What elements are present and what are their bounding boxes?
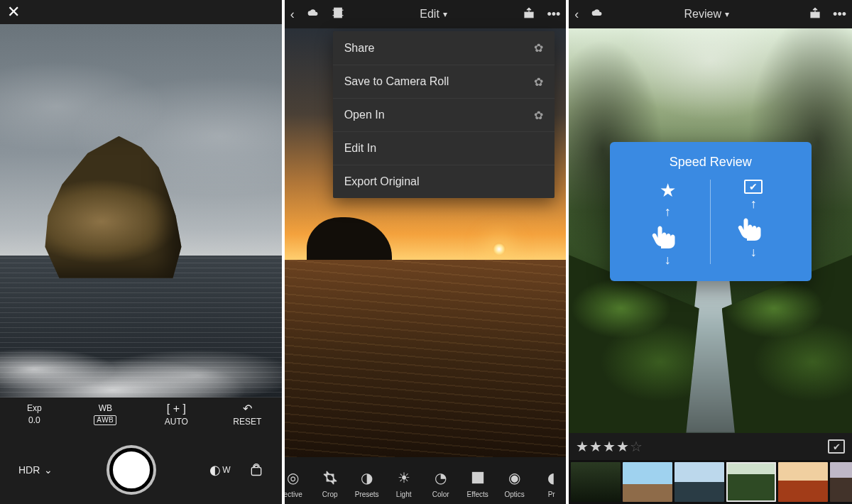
share-icon[interactable] bbox=[809, 6, 821, 23]
crop-frame-icon[interactable] bbox=[332, 6, 344, 23]
cloud-icon[interactable] bbox=[590, 7, 604, 22]
speed-review-rate-column: ★ ↑ ↓ bbox=[625, 180, 710, 264]
share-icon[interactable] bbox=[523, 6, 535, 23]
star-filled-icon: ★ bbox=[576, 439, 589, 454]
thumbnail-selected[interactable] bbox=[726, 462, 776, 502]
tool-light[interactable]: ☀ Light bbox=[386, 468, 422, 504]
camera-bottombar: Exp 0.0 WB AWB [ + ] AUTO ↶ RESET HDR ⌄ bbox=[0, 398, 282, 504]
color-icon: ◔ bbox=[435, 468, 447, 488]
camera-topbar: ✕ bbox=[0, 0, 282, 24]
arrow-down-icon: ↓ bbox=[750, 248, 757, 256]
thumbnail[interactable] bbox=[778, 462, 828, 502]
reset-control[interactable]: ↶ RESET bbox=[228, 403, 266, 427]
exposure-control[interactable]: Exp 0.0 bbox=[15, 403, 53, 427]
exposure-value: 0.0 bbox=[28, 415, 40, 425]
menu-share[interactable]: Share ✿ bbox=[333, 31, 555, 65]
white-balance-control[interactable]: WB AWB bbox=[86, 403, 124, 427]
auto-control[interactable]: [ + ] AUTO bbox=[157, 403, 195, 427]
svg-rect-5 bbox=[475, 475, 480, 480]
more-icon[interactable]: ••• bbox=[547, 7, 560, 22]
svg-rect-3 bbox=[525, 12, 533, 18]
tool-presets[interactable]: ◑ Presets bbox=[349, 468, 386, 504]
thumbnail[interactable] bbox=[571, 462, 621, 502]
star-rating[interactable]: ★★★★☆ bbox=[576, 438, 643, 455]
review-screen: ‹ Review ▾ ••• Speed Review ★ ↑ bbox=[569, 0, 852, 504]
effects-icon bbox=[470, 468, 486, 488]
awb-badge: AWB bbox=[94, 415, 116, 425]
edit-title: Edit bbox=[420, 8, 439, 21]
wb-label: WB bbox=[99, 403, 112, 413]
crop-icon bbox=[322, 468, 338, 488]
halfcircle-icon: ◖ bbox=[547, 468, 555, 488]
rating-bar: ★★★★☆ ✔ bbox=[569, 433, 852, 460]
star-icon: ★ bbox=[660, 180, 676, 202]
hdr-label: HDR bbox=[18, 464, 40, 476]
menu-open-in[interactable]: Open In ✿ bbox=[333, 98, 555, 131]
chevron-down-icon: ⌄ bbox=[44, 464, 53, 476]
hdr-toggle[interactable]: HDR ⌄ bbox=[18, 464, 53, 476]
reset-label: RESET bbox=[233, 417, 261, 427]
camera-screen: ✕ Exp 0.0 WB AWB [ + ] AUTO ↶ RESET bbox=[0, 0, 282, 504]
gear-icon[interactable]: ✿ bbox=[534, 75, 543, 89]
menu-openin-label: Open In bbox=[344, 109, 385, 121]
filmstrip[interactable] bbox=[569, 460, 852, 504]
close-icon[interactable]: ✕ bbox=[7, 4, 20, 20]
chevron-down-icon: ▾ bbox=[725, 9, 729, 19]
bracket-plus-icon: [ + ] bbox=[167, 403, 186, 415]
menu-export-original[interactable]: Export Original bbox=[333, 165, 555, 198]
review-title: Review bbox=[684, 8, 721, 21]
flag-check-icon: ✔ bbox=[744, 180, 763, 194]
cloud-icon[interactable] bbox=[306, 7, 320, 22]
edit-toolstrip: ◎ ective Crop ◑ Presets ☀ Light ◔ Color … bbox=[285, 457, 567, 504]
lens-switch[interactable]: ◐ W bbox=[209, 462, 230, 478]
camera-settings-row: Exp 0.0 WB AWB [ + ] AUTO ↶ RESET bbox=[0, 403, 282, 427]
edit-mode-dropdown[interactable]: Edit ▾ bbox=[420, 8, 447, 21]
tool-color[interactable]: ◔ Color bbox=[422, 468, 459, 504]
arrow-up-icon: ↑ bbox=[750, 199, 757, 208]
camera-right-icons: ◐ W bbox=[209, 462, 263, 478]
lock-open-icon[interactable] bbox=[249, 463, 263, 477]
gear-icon[interactable]: ✿ bbox=[534, 109, 543, 122]
camera-viewfinder bbox=[0, 24, 282, 398]
thumbnail[interactable] bbox=[830, 462, 852, 502]
back-icon[interactable]: ‹ bbox=[574, 7, 579, 22]
menu-share-label: Share bbox=[344, 42, 375, 55]
review-mode-dropdown[interactable]: Review ▾ bbox=[684, 8, 728, 21]
thumbnail[interactable] bbox=[674, 462, 724, 502]
menu-export-label: Export Original bbox=[344, 175, 420, 188]
lens-label: W bbox=[222, 465, 230, 475]
star-filled-icon: ★ bbox=[589, 439, 602, 454]
camera-capture-row: HDR ⌄ ◐ W bbox=[0, 446, 282, 494]
tool-effects-label: Effects bbox=[466, 491, 488, 498]
thumbnail[interactable] bbox=[623, 462, 672, 502]
tool-crop[interactable]: Crop bbox=[312, 468, 349, 504]
tool-last[interactable]: ◖ Pr bbox=[533, 468, 567, 504]
menu-save-camera-roll[interactable]: Save to Camera Roll ✿ bbox=[333, 65, 555, 98]
menu-edit-in[interactable]: Edit In bbox=[333, 131, 555, 165]
tool-light-label: Light bbox=[396, 491, 412, 498]
svg-rect-0 bbox=[334, 8, 342, 18]
more-icon[interactable]: ••• bbox=[833, 7, 846, 22]
speed-review-flag-column: ✔ ↑ ↓ bbox=[711, 180, 796, 264]
review-header: ‹ Review ▾ ••• bbox=[569, 0, 852, 28]
edit-screen: ‹ Edit ▾ ••• Share ✿ bbox=[285, 0, 567, 504]
foam-photo bbox=[0, 323, 282, 398]
light-icon: ☀ bbox=[398, 468, 410, 488]
star-filled-icon: ★ bbox=[616, 439, 629, 454]
gear-icon[interactable]: ✿ bbox=[534, 41, 543, 55]
tool-presets-label: Presets bbox=[355, 491, 379, 498]
flag-toggle[interactable]: ✔ bbox=[828, 439, 845, 454]
star-empty-icon: ☆ bbox=[630, 439, 643, 454]
undo-icon: ↶ bbox=[243, 403, 252, 415]
speed-review-title: Speed Review bbox=[617, 155, 804, 170]
speed-review-overlay: Speed Review ★ ↑ ↓ ✔ ↑ ↓ bbox=[610, 142, 812, 281]
back-icon[interactable]: ‹ bbox=[290, 7, 295, 22]
shutter-button[interactable] bbox=[109, 448, 153, 492]
tool-last-label: Pr bbox=[548, 491, 555, 498]
tool-optics[interactable]: ◉ Optics bbox=[496, 468, 533, 504]
swipe-hand-icon bbox=[736, 214, 770, 242]
tool-selective-label: ective bbox=[285, 491, 302, 498]
chevron-down-icon: ▾ bbox=[443, 9, 447, 19]
tool-selective[interactable]: ◎ ective bbox=[285, 468, 312, 504]
tool-effects[interactable]: Effects bbox=[459, 468, 496, 504]
